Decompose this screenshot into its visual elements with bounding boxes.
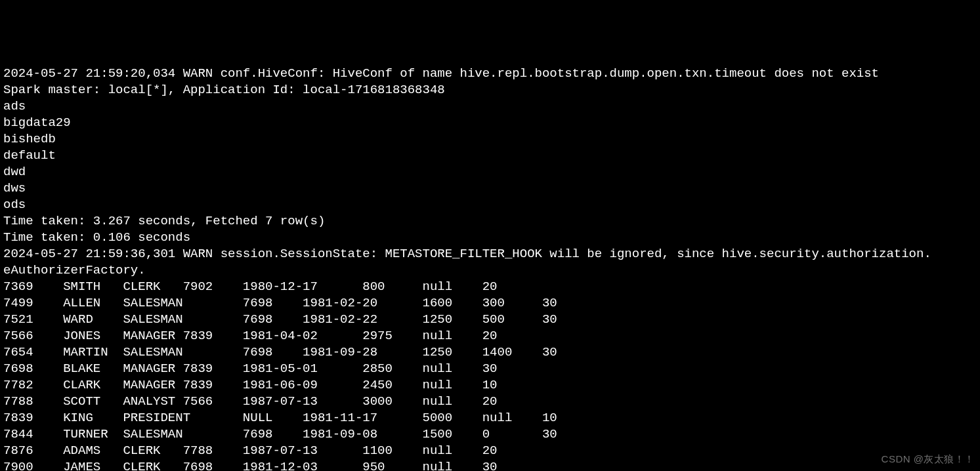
db-row: dwd xyxy=(3,164,977,180)
time-taken: Time taken: 0.106 seconds xyxy=(3,230,977,246)
table-row: 7876 ADAMS CLERK 7788 1987-07-13 1100 nu… xyxy=(3,443,977,459)
watermark-text: CSDN @灰太狼！！ xyxy=(882,451,975,467)
table-row: 7698 BLAKE MANAGER 7839 1981-05-01 2850 … xyxy=(3,361,977,377)
table-row: 7369 SMITH CLERK 7902 1980-12-17 800 nul… xyxy=(3,279,977,295)
log-line: eAuthorizerFactory. xyxy=(3,262,977,279)
db-row: ads xyxy=(3,98,977,115)
table-row: 7782 CLARK MANAGER 7839 1981-06-09 2450 … xyxy=(3,377,977,394)
table-row: 7654 MARTIN SALESMAN 7698 1981-09-28 125… xyxy=(3,344,977,361)
table-row: 7521 WARD SALESMAN 7698 1981-02-22 1250 … xyxy=(3,312,977,328)
table-row: 7499 ALLEN SALESMAN 7698 1981-02-20 1600… xyxy=(3,295,977,312)
db-row: bishedb xyxy=(3,131,977,148)
terminal-output[interactable]: 2024-05-27 21:59:20,034 WARN conf.HiveCo… xyxy=(3,66,977,471)
db-row: default xyxy=(3,148,977,164)
time-taken: Time taken: 3.267 seconds, Fetched 7 row… xyxy=(3,213,977,230)
table-row: 7788 SCOTT ANALYST 7566 1987-07-13 3000 … xyxy=(3,394,977,410)
log-line: 2024-05-27 21:59:36,301 WARN session.Ses… xyxy=(3,246,977,262)
log-line: 2024-05-27 21:59:20,034 WARN conf.HiveCo… xyxy=(3,66,977,82)
db-row: dws xyxy=(3,180,977,197)
table-row: 7839 KING PRESIDENT NULL 1981-11-17 5000… xyxy=(3,410,977,426)
db-row: ods xyxy=(3,197,977,213)
table-row: 7900 JAMES CLERK 7698 1981-12-03 950 nul… xyxy=(3,459,977,471)
table-row: 7566 JONES MANAGER 7839 1981-04-02 2975 … xyxy=(3,328,977,344)
table-row: 7844 TURNER SALESMAN 7698 1981-09-08 150… xyxy=(3,426,977,443)
db-row: bigdata29 xyxy=(3,115,977,131)
log-line: Spark master: local[*], Application Id: … xyxy=(3,82,977,98)
